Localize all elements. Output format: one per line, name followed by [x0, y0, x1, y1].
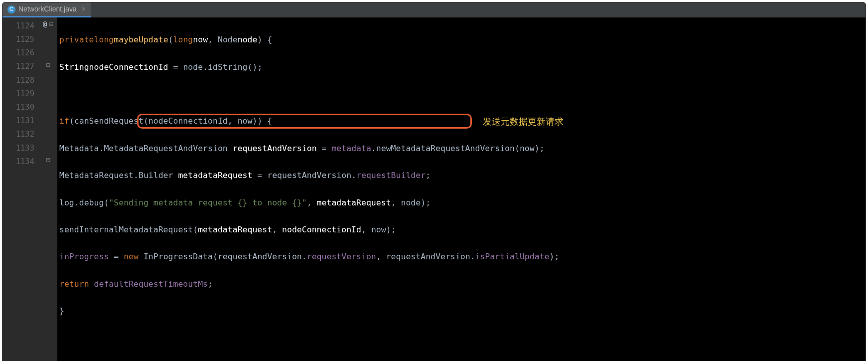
annotation-label: 发送元数据更新请求 [483, 115, 564, 130]
override-marker-icon: @ [43, 18, 47, 30]
line-number: 1129 [16, 88, 34, 101]
line-number: 1126 [16, 47, 34, 60]
line-number-gutter: 1124 1125 1126 1127 1128 1129 1130 1131 … [2, 17, 39, 361]
tab-bar: NetworkClient.java × [2, 2, 866, 17]
tab-filename: NetworkClient.java [18, 3, 77, 15]
fold-icon[interactable]: ⊟ [46, 59, 50, 71]
line-number: 1131 [16, 115, 34, 128]
file-tab[interactable]: NetworkClient.java × [2, 2, 91, 17]
line-number: 1124 [16, 20, 34, 33]
marker-gutter: @⊟ ⊟ ⊟ [39, 17, 57, 361]
fold-end-icon[interactable]: ⊟ [46, 154, 50, 166]
editor-panel-top: NetworkClient.java × 1124 1125 1126 1127… [2, 2, 866, 361]
line-number: 1132 [16, 128, 34, 141]
code-content[interactable]: private long maybeUpdate(long now, Node … [57, 17, 866, 361]
line-number: 1130 [16, 101, 34, 114]
line-number: 1133 [16, 142, 34, 155]
line-number: 1127 [16, 60, 34, 73]
code-area: 1124 1125 1126 1127 1128 1129 1130 1131 … [2, 17, 866, 361]
fold-icon[interactable]: ⊟ [49, 18, 53, 30]
java-class-icon [7, 5, 15, 13]
line-number: 1134 [16, 156, 34, 169]
close-icon[interactable]: × [82, 3, 86, 15]
line-number: 1125 [16, 33, 34, 46]
line-number: 1128 [16, 74, 34, 87]
